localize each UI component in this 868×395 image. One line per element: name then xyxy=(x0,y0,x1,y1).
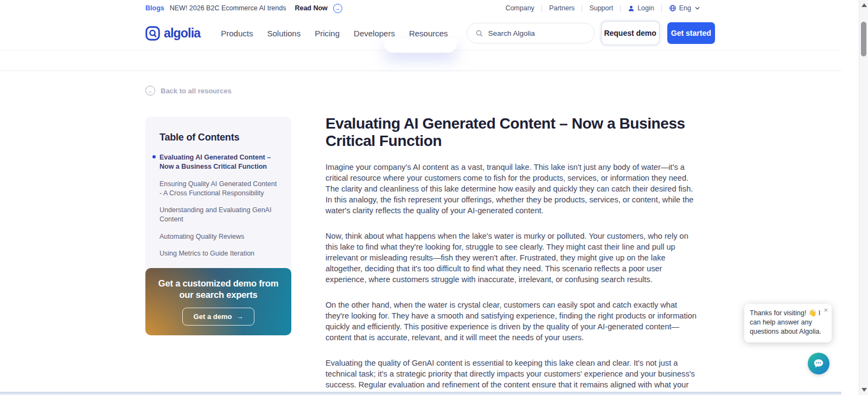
article-paragraph: Imagine your company's AI content as a v… xyxy=(326,162,701,216)
back-to-resources-link[interactable]: ← Back to all resources xyxy=(145,86,232,95)
topbar-link-support[interactable]: Support xyxy=(589,4,613,12)
scrollbar-thumb[interactable] xyxy=(861,22,866,56)
nav-item-solutions[interactable]: Solutions xyxy=(267,29,301,38)
toc-item-label: Using Metrics to Guide Iteration xyxy=(159,250,254,257)
announcement-left: Blogs NEW! 2026 B2C Ecommerce AI trends … xyxy=(145,4,342,13)
divider xyxy=(661,5,662,12)
toc-item-label: Understanding and Evaluating GenAI Conte… xyxy=(159,206,271,223)
nav-links: Products Solutions Pricing Developers Re… xyxy=(221,29,448,38)
announcement-text: NEW! 2026 B2C Ecommerce AI trends xyxy=(170,4,286,12)
scroll-down-arrow-icon[interactable] xyxy=(861,388,867,392)
toc-item-understanding[interactable]: Understanding and Evaluating GenAI Conte… xyxy=(159,206,277,225)
back-link-label: Back to all resources xyxy=(161,87,232,95)
search-icon xyxy=(475,29,483,37)
algolia-logo[interactable]: algolia xyxy=(145,26,200,41)
arrow-left-circle-icon: ← xyxy=(145,86,155,95)
active-bullet-icon xyxy=(152,155,156,158)
cta-heading: Get a customized demo from our search ex… xyxy=(145,278,291,301)
topbar-link-partners[interactable]: Partners xyxy=(549,4,575,12)
viewport-bottom-edge xyxy=(0,392,841,395)
language-label: Eng xyxy=(679,4,691,12)
toc-item-evaluating[interactable]: Evaluating AI Generated Content – Now a … xyxy=(159,153,277,172)
nav-item-resources[interactable]: Resources xyxy=(409,29,448,38)
search-flyout-remnant xyxy=(384,38,457,53)
user-icon xyxy=(628,5,635,12)
chat-launcher-button[interactable] xyxy=(808,353,829,374)
algolia-wordmark: algolia xyxy=(164,26,200,41)
search-input[interactable] xyxy=(488,29,586,37)
toc-item-label: Automating Quality Reviews xyxy=(159,233,244,240)
read-now-link[interactable]: Read Now xyxy=(295,4,327,12)
header-divider xyxy=(0,71,841,71)
article-paragraph: Now, think about what happens when the l… xyxy=(326,231,701,285)
page: Blogs NEW! 2026 B2C Ecommerce AI trends … xyxy=(0,0,868,395)
toc-item-label: Evaluating AI Generated Content – Now a … xyxy=(159,154,271,170)
nav-item-products[interactable]: Products xyxy=(221,29,253,38)
divider xyxy=(541,5,542,12)
divider xyxy=(620,5,621,12)
globe-icon xyxy=(669,4,676,12)
demo-cta-card: Get a customized demo from our search ex… xyxy=(145,268,291,335)
site-search[interactable] xyxy=(467,23,595,43)
announcement-bar: Blogs NEW! 2026 B2C Ecommerce AI trends … xyxy=(145,0,700,16)
request-demo-button[interactable]: Request demo xyxy=(601,21,660,45)
toc-title: Table of Contents xyxy=(159,132,277,143)
article-paragraph: On the other hand, when the water is cry… xyxy=(326,300,701,343)
blogs-link[interactable]: Blogs xyxy=(145,4,164,12)
toc-item-metrics[interactable]: Using Metrics to Guide Iteration xyxy=(159,249,277,258)
topbar-link-company[interactable]: Company xyxy=(506,4,535,12)
cta-button-label: Get a demo xyxy=(194,313,232,321)
close-icon[interactable]: × xyxy=(824,307,828,314)
chevron-down-icon xyxy=(695,7,700,10)
nav-item-pricing[interactable]: Pricing xyxy=(315,29,340,38)
article-title: Evaluating AI Generated Content – Now a … xyxy=(326,115,701,150)
algolia-logo-icon xyxy=(145,26,160,41)
article: Evaluating AI Generated Content – Now a … xyxy=(326,115,701,395)
chat-bubble-icon xyxy=(812,357,825,370)
login-label: Login xyxy=(637,4,654,12)
scroll-up-arrow-icon[interactable] xyxy=(861,3,867,7)
toc-item-automating[interactable]: Automating Quality Reviews xyxy=(159,232,277,241)
vertical-scrollbar[interactable] xyxy=(859,0,868,395)
language-selector[interactable]: Eng xyxy=(669,4,700,12)
nav-item-developers[interactable]: Developers xyxy=(354,29,395,38)
divider xyxy=(582,5,582,12)
get-a-demo-button[interactable]: Get a demo → xyxy=(182,308,255,326)
toc-item-ensuring-quality[interactable]: Ensuring Quality AI Generated Content - … xyxy=(159,180,277,199)
arrow-right-circle-icon[interactable]: → xyxy=(333,4,342,13)
arrow-right-icon: → xyxy=(236,313,243,321)
toc-item-label: Ensuring Quality AI Generated Content - … xyxy=(159,180,277,197)
announcement-right: Company Partners Support Login Eng xyxy=(506,4,700,12)
login-link[interactable]: Login xyxy=(628,4,654,12)
chat-greeting-tooltip: × Thanks for visiting! 👋 I can help answ… xyxy=(744,304,832,342)
table-of-contents: Table of Contents Evaluating AI Generate… xyxy=(145,117,291,279)
get-started-button[interactable]: Get started xyxy=(667,22,715,44)
chat-greeting-text: Thanks for visiting! 👋 I can help answer… xyxy=(750,309,821,335)
article-paragraph: Evaluating the quality of GenAI content … xyxy=(326,358,701,395)
